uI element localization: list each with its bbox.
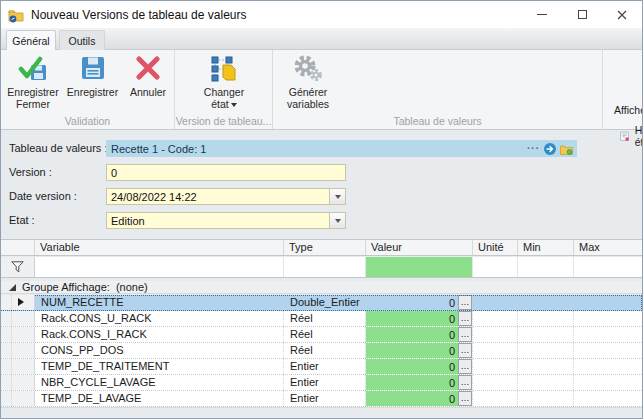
row-max[interactable]: [574, 375, 643, 390]
row-selector-cell[interactable]: [1, 359, 35, 374]
row-max[interactable]: [574, 327, 643, 342]
filter-cell-variable[interactable]: [35, 257, 284, 277]
row-variable[interactable]: TEMP_DE_LAVAGE: [35, 391, 284, 406]
row-variable[interactable]: CONS_PP_DOS: [35, 343, 284, 358]
row-variable[interactable]: Rack.CONS_I_RACK: [35, 327, 284, 342]
filter-cell-type[interactable]: [284, 257, 366, 277]
row-ellipsis-button[interactable]: …: [458, 295, 472, 310]
filter-cell-min[interactable]: [518, 257, 574, 277]
row-max[interactable]: [574, 343, 643, 358]
date-version-input[interactable]: 24/08/2022 14:22: [106, 188, 346, 205]
etat-select[interactable]: Edition: [106, 212, 346, 229]
row-variable[interactable]: NUM_RECETTE: [35, 295, 284, 310]
row-variable[interactable]: NBR_CYCLE_LAVAGE: [35, 375, 284, 390]
row-valeur-cell[interactable]: 0 …: [366, 327, 473, 342]
table-row[interactable]: Rack.CONS_U_RACK Réel 0 …: [1, 311, 642, 327]
row-selector-cell[interactable]: [1, 295, 35, 310]
generate-variables-button[interactable]: Générer variables: [279, 54, 337, 110]
row-unite[interactable]: [473, 295, 518, 310]
row-ellipsis-button[interactable]: …: [458, 359, 472, 374]
table-row[interactable]: NUM_RECETTE Double_Entier 0 …: [1, 295, 642, 311]
row-unite[interactable]: [473, 343, 518, 358]
column-header-min[interactable]: Min: [518, 240, 574, 255]
row-type[interactable]: Réel: [284, 311, 366, 326]
save-close-button[interactable]: Enregistrer Fermer: [4, 54, 62, 110]
row-valeur: 0: [449, 329, 455, 341]
row-max[interactable]: [574, 295, 643, 310]
tab-general[interactable]: Général: [6, 30, 56, 50]
group-expanded-icon: [9, 284, 16, 291]
minimize-button[interactable]: [522, 1, 562, 28]
version-input[interactable]: 0: [106, 164, 346, 181]
row-max[interactable]: [574, 359, 643, 374]
etat-dropdown-button[interactable]: [329, 213, 345, 228]
column-header-type[interactable]: Type: [284, 240, 366, 255]
row-min[interactable]: [518, 327, 574, 342]
row-valeur-cell[interactable]: 0 …: [366, 391, 473, 406]
table-row[interactable]: TEMP_DE_TRAITEMENT Entier 0 …: [1, 359, 642, 375]
row-max[interactable]: [574, 391, 643, 406]
tab-outils[interactable]: Outils: [59, 30, 105, 50]
cancel-button[interactable]: Annuler: [122, 54, 174, 98]
group-row[interactable]: Groupe Affichage:(none): [1, 281, 642, 294]
table-row[interactable]: NBR_CYCLE_LAVAGE Entier 0 …: [1, 375, 642, 391]
row-valeur-cell[interactable]: 0 …: [366, 359, 473, 374]
row-variable[interactable]: Rack.CONS_U_RACK: [35, 311, 284, 326]
filter-button[interactable]: [1, 257, 35, 277]
row-selector-cell[interactable]: [1, 343, 35, 358]
row-ellipsis-button[interactable]: …: [458, 311, 472, 326]
row-valeur-cell[interactable]: 0 …: [366, 295, 473, 310]
row-min[interactable]: [518, 295, 574, 310]
row-valeur-cell[interactable]: 0 …: [366, 375, 473, 390]
row-unite[interactable]: [473, 359, 518, 374]
row-ellipsis-button[interactable]: …: [458, 391, 472, 406]
filter-cell-max[interactable]: [574, 257, 643, 277]
close-button[interactable]: [602, 1, 642, 28]
row-unite[interactable]: [473, 311, 518, 326]
row-selector-cell[interactable]: [1, 391, 35, 406]
table-row[interactable]: CONS_PP_DOS Réel 0 …: [1, 343, 642, 359]
row-min[interactable]: [518, 311, 574, 326]
row-valeur-cell[interactable]: 0 …: [366, 343, 473, 358]
row-ellipsis-button[interactable]: …: [458, 343, 472, 358]
row-type[interactable]: Entier: [284, 375, 366, 390]
go-to-record-icon[interactable]: [544, 143, 556, 155]
maximize-button[interactable]: [562, 1, 602, 28]
row-selector-cell[interactable]: [1, 375, 35, 390]
row-selector-cell[interactable]: [1, 327, 35, 342]
row-type[interactable]: Double_Entier: [284, 295, 366, 310]
row-min[interactable]: [518, 391, 574, 406]
open-folder-icon[interactable]: [560, 143, 573, 155]
row-selector-cell[interactable]: [1, 311, 35, 326]
column-header-unite[interactable]: Unité: [473, 240, 518, 255]
change-state-label-1: Changer: [187, 86, 261, 98]
ellipsis-icon[interactable]: ···: [527, 143, 540, 154]
row-ellipsis-button[interactable]: …: [458, 375, 472, 390]
row-max[interactable]: [574, 311, 643, 326]
save-button[interactable]: Enregistrer: [65, 54, 120, 98]
row-valeur-cell[interactable]: 0 …: [366, 311, 473, 326]
tableau-field[interactable]: Recette 1 - Code: 1 ···: [106, 140, 577, 157]
column-header-valeur[interactable]: Valeur: [366, 240, 473, 255]
row-type[interactable]: Entier: [284, 359, 366, 374]
date-version-dropdown-button[interactable]: [329, 189, 345, 204]
row-ellipsis-button[interactable]: …: [458, 327, 472, 342]
filter-cell-valeur[interactable]: [366, 257, 473, 277]
row-unite[interactable]: [473, 391, 518, 406]
row-min[interactable]: [518, 343, 574, 358]
filter-cell-unite[interactable]: [473, 257, 518, 277]
row-unite[interactable]: [473, 375, 518, 390]
table-row[interactable]: TEMP_DE_LAVAGE Entier 0 …: [1, 391, 642, 407]
column-header-max[interactable]: Max: [574, 240, 643, 255]
row-type[interactable]: Réel: [284, 343, 366, 358]
table-row[interactable]: Rack.CONS_I_RACK Réel 0 …: [1, 327, 642, 343]
column-header-variable[interactable]: Variable: [35, 240, 284, 255]
row-unite[interactable]: [473, 327, 518, 342]
row-min[interactable]: [518, 359, 574, 374]
row-variable[interactable]: TEMP_DE_TRAITEMENT: [35, 359, 284, 374]
row-type[interactable]: Entier: [284, 391, 366, 406]
group-row-label: Groupe Affichage:: [22, 281, 110, 293]
row-min[interactable]: [518, 375, 574, 390]
change-state-button[interactable]: Changer état: [187, 54, 261, 110]
row-type[interactable]: Réel: [284, 327, 366, 342]
